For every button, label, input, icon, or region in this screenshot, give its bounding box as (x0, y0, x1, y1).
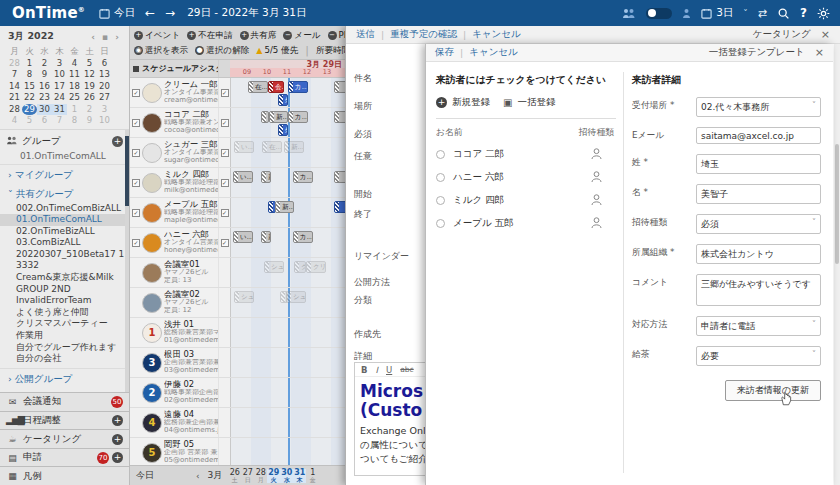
select-field[interactable]: 申請者に電話˅ (696, 316, 821, 336)
accordion-catering[interactable]: ☕ケータリング+ (0, 429, 129, 448)
calendar-day[interactable]: 22 (22, 92, 37, 104)
event-block[interactable]: い… (233, 171, 253, 183)
event-block[interactable]: ク… (294, 261, 306, 273)
add-icon[interactable]: + (112, 415, 123, 426)
checkbox[interactable]: ✓ (132, 119, 140, 127)
schedule-grid[interactable]: シュ…ク…クリ… (230, 258, 345, 287)
event-block[interactable]: 新 (261, 111, 269, 123)
input-field[interactable]: saitama@axcel.co.jp (696, 127, 821, 144)
event-block[interactable]: カ… (288, 111, 308, 123)
calendar-day[interactable]: 5 (82, 58, 97, 70)
event-block[interactable]: 新… (269, 111, 288, 123)
event-block[interactable] (334, 81, 345, 93)
schedule-grid[interactable]: い…在…新… (230, 138, 345, 167)
filter-event-button[interactable]: +イベント (134, 30, 180, 42)
schedule-grid[interactable]: い…新カ… (230, 228, 345, 257)
modal-scrollbar[interactable] (834, 44, 840, 485)
calendar-day[interactable]: 27 (97, 92, 112, 104)
bulk-registration-button[interactable]: 一括登録 (517, 96, 555, 109)
person-cell[interactable]: 会議室01ヤマノ26ビル定員: 13 (130, 258, 218, 287)
person-view-icon[interactable] (682, 8, 691, 19)
event-block[interactable]: カ… (288, 81, 308, 93)
calendar-day[interactable]: 16 (37, 81, 52, 93)
accordion-legend[interactable]: ▦凡例 (0, 466, 129, 485)
event-block[interactable]: 在… (248, 81, 268, 93)
calendar-day[interactable]: 11 (67, 69, 82, 81)
schedule-grid[interactable] (230, 348, 345, 377)
add-icon[interactable]: + (112, 434, 123, 445)
calendar-day[interactable]: 3 (97, 104, 112, 116)
input-field[interactable]: 株式会社カントウ (696, 244, 821, 264)
sidebar-item-shared-group[interactable]: 作業用 (0, 330, 129, 342)
event-block[interactable]: 新… (275, 201, 294, 213)
calendar-day[interactable]: 4 (67, 58, 82, 70)
send-button[interactable]: 送信 (356, 28, 375, 41)
calendar-day[interactable]: 30 (37, 104, 52, 116)
sidebar-item-shared-group[interactable]: クリスマスパーティー (0, 318, 129, 330)
checkbox[interactable]: ✓ (132, 239, 140, 247)
radio-button[interactable] (436, 173, 445, 182)
calendar-day[interactable]: 9 (82, 115, 97, 127)
calendar-day[interactable]: 28 (7, 58, 22, 70)
filter-absence-button[interactable]: +不在申請 (187, 30, 232, 42)
person-cell[interactable]: ✓ミルク 四郎戦略事業部経理部経…milk@ontimedemo… (130, 168, 218, 197)
calendar-day[interactable]: 15 (22, 81, 37, 93)
event-block[interactable]: シュ… (234, 291, 254, 303)
calendar-day[interactable]: 2 (82, 104, 97, 116)
scrollbar-thumb[interactable] (835, 144, 839, 264)
event-block[interactable]: 会… (268, 81, 284, 93)
mini-calendar-nav[interactable]: ‹ ▪ › (91, 32, 121, 42)
calendar-day[interactable]: 4 (7, 115, 22, 127)
cancel-button[interactable]: キャンセル (469, 46, 518, 59)
strikethrough-button[interactable]: abc (400, 365, 413, 374)
event-block[interactable]: 新 (261, 231, 271, 243)
sidebar-item-shared-group[interactable]: 20220307_510Beta17 1 (0, 249, 129, 261)
calendar-day[interactable]: 20 (97, 81, 112, 93)
person-cell[interactable]: ✓クリーム 一郎オンタイム事業部営…cream@ontimede… (130, 78, 218, 107)
gear-icon[interactable] (817, 7, 830, 20)
show-selection-button[interactable]: ◉選択を表示 (134, 45, 188, 57)
pdf-export-button[interactable]: −PDF出力 (328, 30, 345, 42)
person-cell[interactable]: 3根田 03企画部兼営業部兼技…03@ontimedemo.c… (130, 348, 218, 377)
visitor-row[interactable]: メープル 五郎 (436, 212, 616, 235)
checkbox[interactable]: ✓ (221, 149, 229, 157)
calendar-day[interactable]: 5 (22, 115, 37, 127)
checkbox[interactable]: ✓ (221, 239, 229, 247)
event-block[interactable]: い… (234, 141, 254, 153)
person-cell[interactable]: ✓メープル 五郎戦略事業部経理部長maple@ontimede… (130, 198, 218, 227)
accordion-meeting-notice[interactable]: ✉会議通知50 (0, 392, 129, 411)
calendar-day[interactable]: 8 (67, 115, 82, 127)
person-cell[interactable]: 1浅井 01総務部兼営業部マネ…01@ontimedemo.c… (130, 318, 218, 347)
date-cell[interactable]: 26土 (228, 469, 241, 483)
event-block[interactable]: 外… (278, 94, 288, 106)
select-field[interactable]: 必須˅ (696, 214, 821, 234)
underline-button[interactable]: U (386, 365, 392, 375)
date-cell[interactable]: 30水 (280, 469, 293, 483)
select-field[interactable]: 02.代々木事務所˅ (696, 97, 821, 117)
event-block[interactable] (334, 111, 345, 123)
sidebar-item-shared-group[interactable]: Cream&東京応援&Milk (0, 272, 129, 284)
calendar-day[interactable]: 26 (82, 92, 97, 104)
calendar-day[interactable]: 28 (7, 104, 22, 116)
event-block[interactable]: クリ… (306, 261, 326, 273)
schedule-grid[interactable]: 新新…外…カ… (230, 108, 345, 137)
calendar-day[interactable]: 18 (67, 81, 82, 93)
calendar-day[interactable]: 24 (52, 92, 67, 104)
close-icon[interactable]: × (815, 46, 824, 59)
event-block[interactable]: カ… (293, 171, 313, 183)
chevron-down-icon[interactable]: ˅ (743, 8, 748, 18)
visitor-row[interactable]: ハニー 六郎 (436, 166, 616, 189)
checkbox[interactable]: ✓ (132, 89, 140, 97)
checkbox[interactable]: ✓ (221, 89, 229, 97)
radio-button[interactable] (436, 150, 445, 159)
date-cell[interactable]: 1金 (306, 469, 319, 483)
calendar-day[interactable]: 19 (82, 81, 97, 93)
sidebar-item-shared-group[interactable]: 002.OnTimeComBizALL (0, 203, 129, 215)
swap-view-icon[interactable]: ⇄ (758, 7, 767, 20)
event-block[interactable] (334, 171, 345, 183)
schedule-grid[interactable]: シュ…メシュ… (230, 288, 345, 317)
calendar-day[interactable]: 10 (52, 69, 67, 81)
save-button[interactable]: 保存 (435, 46, 454, 59)
accordion-schedule-adjust[interactable]: ▂▅▇日程調整+ (0, 411, 129, 430)
sidebar-item-public-groups[interactable]: › 公開グループ (0, 368, 129, 388)
